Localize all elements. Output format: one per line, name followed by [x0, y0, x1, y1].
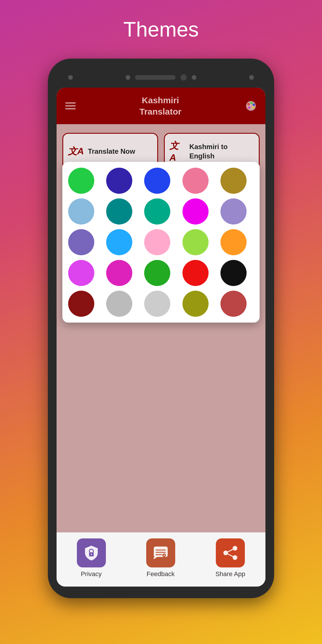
- translate-icon-1: 文A: [68, 145, 84, 158]
- color-option-1[interactable]: [106, 168, 132, 194]
- color-option-22[interactable]: [144, 291, 170, 317]
- feedback-label: Feedback: [146, 570, 175, 578]
- translate-now-label: Translate Now: [88, 147, 135, 156]
- page-title: Themes: [123, 17, 199, 41]
- svg-line-19: [228, 549, 233, 552]
- phone-frame: Kashmiri Translator 文A Tran: [48, 59, 274, 598]
- hamburger-line-1: [65, 102, 76, 104]
- color-option-19[interactable]: [220, 260, 247, 286]
- phone-camera-area: [73, 74, 249, 81]
- svg-point-17: [223, 551, 228, 555]
- color-option-10[interactable]: [68, 229, 94, 255]
- color-option-12[interactable]: [144, 229, 170, 255]
- color-grid: [68, 168, 254, 317]
- privacy-label: Privacy: [81, 570, 102, 578]
- feedback-icon-bg: [146, 538, 175, 567]
- kashmiri-to-english-label: Kashmiri to English: [189, 142, 254, 160]
- share-icon: [222, 544, 239, 562]
- svg-point-1: [247, 103, 250, 105]
- color-option-4[interactable]: [220, 168, 247, 194]
- privacy-nav-item[interactable]: Privacy: [77, 538, 106, 578]
- color-option-0[interactable]: [68, 168, 94, 194]
- svg-line-20: [228, 554, 233, 556]
- phone-camera: [180, 74, 187, 81]
- color-option-11[interactable]: [106, 229, 132, 255]
- color-option-7[interactable]: [144, 198, 170, 225]
- phone-dot-right: [249, 75, 254, 80]
- phone-top-bar: [57, 70, 265, 85]
- svg-point-18: [233, 555, 237, 560]
- color-option-21[interactable]: [106, 291, 132, 317]
- color-option-15[interactable]: [68, 260, 94, 286]
- svg-point-3: [253, 104, 255, 106]
- phone-dot-left: [68, 75, 73, 80]
- privacy-icon-bg: [77, 538, 106, 567]
- translate-icon-2: 文A: [169, 140, 185, 163]
- share-nav-item[interactable]: Share App: [216, 538, 245, 578]
- color-option-17[interactable]: [144, 260, 170, 286]
- color-option-6[interactable]: [106, 198, 132, 225]
- color-option-23[interactable]: [182, 291, 209, 317]
- color-picker-dialog: [62, 162, 260, 323]
- feedback-nav-item[interactable]: Feedback: [146, 538, 175, 578]
- hamburger-menu-button[interactable]: [65, 102, 76, 109]
- svg-point-8: [91, 554, 92, 555]
- color-option-8[interactable]: [182, 198, 209, 225]
- color-option-16[interactable]: [106, 260, 132, 286]
- svg-point-16: [233, 546, 237, 551]
- svg-point-4: [252, 106, 254, 109]
- color-option-24[interactable]: [220, 291, 247, 317]
- color-option-3[interactable]: [182, 168, 209, 194]
- hamburger-line-2: [65, 105, 76, 106]
- color-option-20[interactable]: [68, 291, 94, 317]
- palette-icon-button[interactable]: [245, 100, 257, 112]
- color-option-14[interactable]: [220, 229, 247, 255]
- color-option-2[interactable]: [144, 168, 170, 194]
- phone-dot-right2: [192, 75, 196, 80]
- share-app-label: Share App: [216, 570, 245, 578]
- feedback-icon: [152, 544, 169, 562]
- color-option-18[interactable]: [182, 260, 209, 286]
- bottom-navigation: Privacy Feedback: [57, 532, 265, 587]
- color-option-5[interactable]: [68, 198, 94, 225]
- app-header-title: Kashmiri Translator: [139, 95, 181, 117]
- app-content: 文A Translate Now 文A Kashmiri to English …: [57, 124, 265, 532]
- shield-lock-icon: [83, 544, 100, 562]
- svg-point-2: [250, 102, 253, 104]
- svg-point-5: [248, 106, 250, 109]
- phone-dot-center: [126, 75, 130, 80]
- share-icon-bg: [216, 538, 245, 567]
- phone-speaker: [135, 75, 176, 80]
- color-option-13[interactable]: [182, 229, 209, 255]
- hamburger-line-3: [65, 108, 76, 109]
- color-option-9[interactable]: [220, 198, 247, 225]
- app-screen: Kashmiri Translator 文A Tran: [57, 88, 265, 587]
- app-header: Kashmiri Translator: [57, 88, 265, 124]
